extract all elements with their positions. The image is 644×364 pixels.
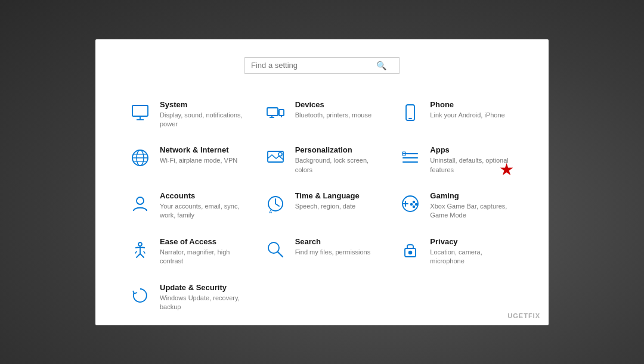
search-settings-title: Search bbox=[295, 237, 371, 246]
accounts-desc: Your accounts, email, sync, work, family bbox=[160, 202, 245, 220]
svg-line-24 bbox=[275, 204, 279, 206]
update-text: Update & Security Windows Update, recove… bbox=[160, 283, 245, 312]
personalization-icon bbox=[264, 147, 287, 169]
settings-item-devices[interactable]: Devices Bluetooth, printers, mouse bbox=[255, 92, 390, 138]
settings-item-system[interactable]: System Display, sound, notifications, po… bbox=[119, 92, 255, 138]
settings-item-privacy[interactable]: Privacy Location, camera, microphone bbox=[389, 229, 525, 275]
system-icon bbox=[129, 101, 151, 124]
settings-item-gaming[interactable]: Gaming Xbox Game Bar, captures, Game Mod… bbox=[389, 183, 525, 229]
svg-point-31 bbox=[138, 242, 142, 246]
svg-rect-3 bbox=[267, 108, 278, 116]
settings-item-accounts[interactable]: Accounts Your accounts, email, sync, wor… bbox=[119, 183, 255, 229]
svg-point-27 bbox=[413, 201, 415, 203]
svg-point-30 bbox=[413, 206, 415, 208]
personalization-title: Personalization bbox=[295, 145, 380, 154]
privacy-icon bbox=[399, 238, 422, 261]
phone-title: Phone bbox=[430, 100, 504, 109]
time-desc: Speech, region, date bbox=[295, 202, 360, 211]
devices-text: Devices Bluetooth, printers, mouse bbox=[295, 100, 371, 120]
update-icon bbox=[129, 284, 151, 307]
ease-title: Ease of Access bbox=[160, 237, 245, 246]
accounts-text: Accounts Your accounts, email, sync, wor… bbox=[160, 191, 245, 220]
phone-icon bbox=[399, 101, 422, 124]
update-desc: Windows Update, recovery, backup bbox=[160, 294, 245, 312]
apps-desc: Uninstall, defaults, optional features bbox=[430, 156, 515, 175]
svg-point-29 bbox=[411, 204, 413, 206]
apps-icon bbox=[399, 147, 422, 169]
privacy-desc: Location, camera, microphone bbox=[430, 248, 515, 266]
privacy-title: Privacy bbox=[430, 237, 515, 246]
search-settings-icon bbox=[264, 238, 287, 261]
watermark: UGETFIX bbox=[507, 312, 540, 319]
search-settings-text: Search Find my files, permissions bbox=[295, 237, 371, 257]
settings-item-time[interactable]: A Time & Language Speech, region, date bbox=[255, 183, 390, 229]
gaming-desc: Xbox Game Bar, captures, Game Mode bbox=[430, 202, 515, 220]
phone-text: Phone Link your Android, iPhone bbox=[430, 100, 504, 120]
settings-item-apps[interactable]: Apps Uninstall, defaults, optional featu… bbox=[389, 137, 525, 183]
settings-window: 🔍 System Display, sound, notifications, … bbox=[95, 39, 549, 325]
svg-rect-4 bbox=[279, 110, 284, 116]
gaming-text: Gaming Xbox Game Bar, captures, Game Mod… bbox=[430, 191, 515, 220]
network-desc: Wi-Fi, airplane mode, VPN bbox=[160, 156, 237, 165]
time-title: Time & Language bbox=[295, 191, 360, 200]
search-icon: 🔍 bbox=[376, 61, 386, 70]
system-text: System Display, sound, notifications, po… bbox=[160, 100, 245, 129]
time-icon: A bbox=[264, 192, 287, 215]
settings-item-search[interactable]: Search Find my files, permissions bbox=[255, 229, 390, 275]
devices-icon bbox=[264, 101, 287, 124]
gaming-title: Gaming bbox=[430, 191, 515, 200]
gaming-icon bbox=[399, 192, 422, 215]
search-bar[interactable]: 🔍 bbox=[244, 57, 400, 74]
svg-text:A: A bbox=[269, 209, 273, 213]
svg-rect-0 bbox=[132, 105, 148, 116]
apps-title: Apps bbox=[430, 145, 515, 154]
ease-desc: Narrator, magnifier, high contrast bbox=[160, 248, 245, 266]
settings-item-update[interactable]: Update & Security Windows Update, recove… bbox=[119, 275, 255, 321]
personalization-desc: Background, lock screen, colors bbox=[295, 156, 380, 175]
settings-item-phone[interactable]: Phone Link your Android, iPhone bbox=[389, 92, 525, 138]
system-title: System bbox=[160, 100, 245, 109]
settings-item-personalization[interactable]: Personalization Background, lock screen,… bbox=[255, 137, 390, 183]
settings-grid: System Display, sound, notifications, po… bbox=[119, 92, 525, 321]
search-settings-desc: Find my files, permissions bbox=[295, 248, 371, 257]
settings-item-ease[interactable]: Ease of Access Narrator, magnifier, high… bbox=[119, 229, 255, 275]
personalization-text: Personalization Background, lock screen,… bbox=[295, 145, 380, 175]
settings-item-network[interactable]: Network & Internet Wi-Fi, airplane mode,… bbox=[119, 137, 255, 183]
svg-point-28 bbox=[416, 204, 417, 206]
ease-icon bbox=[129, 238, 151, 261]
network-title: Network & Internet bbox=[160, 145, 237, 154]
svg-point-35 bbox=[409, 251, 412, 254]
devices-desc: Bluetooth, printers, mouse bbox=[295, 111, 371, 120]
accounts-title: Accounts bbox=[160, 191, 245, 200]
time-text: Time & Language Speech, region, date bbox=[295, 191, 360, 211]
network-icon bbox=[129, 147, 151, 169]
apps-text: Apps Uninstall, defaults, optional featu… bbox=[430, 145, 515, 175]
update-title: Update & Security bbox=[160, 283, 245, 292]
svg-point-16 bbox=[278, 153, 282, 156]
accounts-icon bbox=[129, 192, 151, 215]
svg-point-21 bbox=[137, 197, 144, 204]
svg-line-33 bbox=[278, 252, 283, 257]
phone-desc: Link your Android, iPhone bbox=[430, 111, 504, 120]
search-input[interactable] bbox=[251, 61, 376, 70]
devices-title: Devices bbox=[295, 100, 371, 109]
ease-text: Ease of Access Narrator, magnifier, high… bbox=[160, 237, 245, 266]
network-text: Network & Internet Wi-Fi, airplane mode,… bbox=[160, 145, 237, 165]
privacy-text: Privacy Location, camera, microphone bbox=[430, 237, 515, 266]
system-desc: Display, sound, notifications, power bbox=[160, 111, 245, 129]
